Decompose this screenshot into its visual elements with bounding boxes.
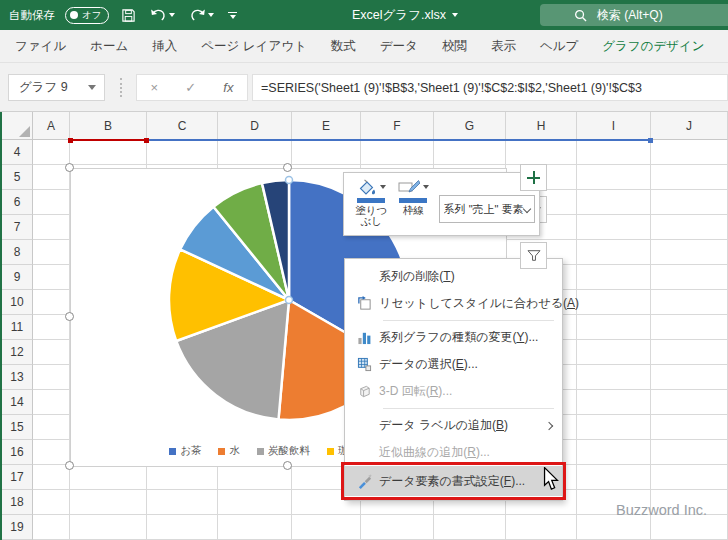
ribbon-tab[interactable]: 表示 (479, 30, 528, 62)
name-box-dropdown-icon[interactable] (88, 85, 96, 90)
menu-separator (383, 320, 554, 321)
menu-item: 3-D 回転(R)... (345, 378, 562, 405)
insert-function-button[interactable]: fx (223, 80, 233, 95)
row-header[interactable]: 15 (2, 415, 33, 440)
ribbon-tab[interactable]: 書式 (717, 30, 728, 62)
menu-item[interactable]: データ ラベルの追加(B) (345, 412, 562, 439)
name-box[interactable]: グラフ 9 (8, 74, 105, 101)
search-input[interactable]: 検索 (Alt+Q) (540, 4, 728, 26)
chart-filters-button[interactable] (520, 242, 547, 269)
resize-handle[interactable] (65, 163, 74, 172)
ribbon-tab[interactable]: 数式 (319, 30, 368, 62)
fill-label: 塗りつぶし (350, 205, 392, 227)
row-header[interactable]: 18 (2, 490, 33, 515)
resize-handle[interactable] (65, 461, 74, 470)
point-selection-handle[interactable] (286, 177, 293, 184)
row-header[interactable]: 11 (2, 315, 33, 340)
gridline (650, 140, 651, 540)
autosave-label: 自動保存 (9, 8, 55, 23)
column-headers: ABCDEFGHIJ (33, 112, 728, 140)
column-header[interactable]: F (361, 112, 434, 140)
save-button[interactable] (119, 6, 138, 25)
range-handle[interactable] (144, 138, 149, 143)
outline-color-button[interactable]: 枠線 (392, 177, 434, 233)
select-data-icon (349, 357, 379, 372)
outline-color-swatch (399, 198, 427, 203)
autosave-toggle[interactable]: オフ (65, 7, 109, 24)
row-header[interactable]: 19 (2, 515, 33, 540)
menu-item-label: データの選択(E)... (379, 356, 478, 373)
row-header[interactable]: 16 (2, 440, 33, 465)
menu-item[interactable]: リセットしてスタイルに合わせる(A) (345, 290, 562, 317)
resize-handle[interactable] (283, 461, 292, 470)
paint-bucket-icon (357, 179, 377, 196)
row-header[interactable]: 13 (2, 365, 33, 390)
column-header[interactable]: B (70, 112, 147, 140)
row-header[interactable]: 7 (2, 215, 33, 240)
plus-icon (527, 171, 540, 184)
legend-item[interactable]: お茶 (169, 444, 201, 458)
column-header[interactable]: A (33, 112, 70, 140)
row-header[interactable]: 5 (2, 165, 33, 190)
document-title-area[interactable]: Excelグラフ.xlsx (352, 0, 458, 30)
menu-item[interactable]: データ要素の書式設定(F)... (345, 466, 562, 496)
undo-dropdown-icon (169, 13, 175, 17)
legend-item[interactable]: 炭酸飲料 (257, 444, 310, 458)
chart-element-selector[interactable]: 系列 "売上" 要素 (439, 195, 535, 223)
legend-swatch-icon (169, 448, 176, 455)
menu-item-label: リセットしてスタイルに合わせる(A) (379, 295, 579, 312)
search-placeholder: 検索 (Alt+Q) (597, 7, 663, 24)
row-header[interactable]: 6 (2, 190, 33, 215)
row-header[interactable]: 9 (2, 265, 33, 290)
ribbon-tab[interactable]: データ (368, 30, 430, 62)
resize-handle[interactable] (283, 163, 292, 172)
range-handle[interactable] (648, 138, 653, 143)
point-selection-handle[interactable] (286, 297, 293, 304)
document-title: Excelグラフ.xlsx (352, 7, 446, 24)
range-handle[interactable] (68, 138, 73, 143)
undo-button[interactable] (148, 6, 177, 24)
fill-color-button[interactable]: 塗りつぶし (350, 177, 392, 233)
customize-quick-access-button[interactable] (226, 10, 239, 21)
ribbon-tab[interactable]: 挿入 (140, 30, 189, 62)
ribbon-tab[interactable]: グラフのデザイン (590, 30, 716, 62)
legend-swatch-icon (257, 448, 264, 455)
redo-icon (189, 8, 206, 22)
ribbon-tab[interactable]: 校閲 (430, 30, 479, 62)
row-header[interactable]: 4 (2, 140, 33, 165)
ribbon-tab[interactable]: ヘルプ (528, 30, 590, 62)
ribbon-tab[interactable]: ホーム (78, 30, 140, 62)
search-icon (574, 9, 587, 22)
row-header[interactable]: 8 (2, 240, 33, 265)
row-header[interactable]: 14 (2, 390, 33, 415)
menu-item[interactable]: データの選択(E)... (345, 351, 562, 378)
column-header[interactable]: D (218, 112, 292, 140)
column-header[interactable]: H (506, 112, 577, 140)
submenu-arrow-icon (545, 421, 553, 429)
column-header[interactable]: I (577, 112, 651, 140)
row-header[interactable]: 17 (2, 465, 33, 490)
chart-elements-button[interactable] (520, 164, 547, 191)
redo-dropdown-icon (208, 13, 214, 17)
outline-label: 枠線 (392, 205, 434, 216)
legend-item[interactable]: 水 (218, 444, 240, 458)
ribbon-tab[interactable]: ページ レイアウト (189, 30, 319, 62)
column-header[interactable]: E (292, 112, 361, 140)
column-header[interactable]: J (651, 112, 728, 140)
row-header[interactable]: 10 (2, 290, 33, 315)
menu-item[interactable]: 系列グラフの種類の変更(Y)... (345, 324, 562, 351)
ribbon-tab[interactable]: ファイル (3, 30, 78, 62)
select-all-button[interactable] (2, 112, 33, 140)
resize-handle[interactable] (65, 312, 74, 321)
menu-item-label: 系列グラフの種類の変更(Y)... (379, 329, 538, 346)
redo-button[interactable] (187, 6, 216, 24)
column-header[interactable]: G (434, 112, 506, 140)
reset-icon (349, 296, 379, 311)
save-icon (121, 8, 136, 23)
cancel-button[interactable]: × (151, 80, 159, 95)
row-header[interactable]: 12 (2, 340, 33, 365)
enter-button[interactable]: ✓ (185, 80, 196, 95)
formula-input[interactable]: =SERIES('Sheet1 (9)'!$B$3,'Sheet1 (9)'!$… (252, 74, 728, 101)
rotate-3d-icon (349, 384, 379, 399)
column-header[interactable]: C (147, 112, 218, 140)
